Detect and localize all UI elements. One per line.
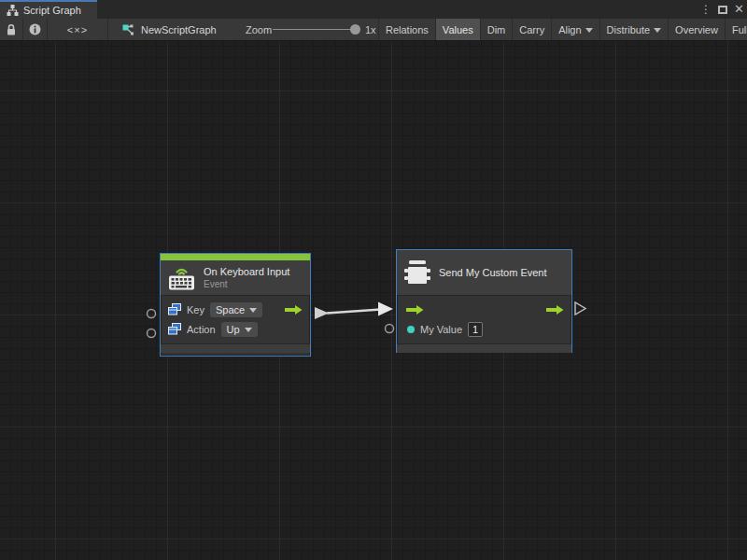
maximize-icon[interactable] — [718, 6, 727, 14]
fullscreen-button[interactable]: Full S — [725, 19, 747, 40]
title-bar: Script Graph ⋮ ✕ — [0, 0, 747, 19]
trigger-output-arrow-icon[interactable] — [285, 304, 303, 315]
node-title: Send My Custom Event — [439, 267, 547, 278]
connection-wire[interactable] — [327, 310, 381, 314]
action-row: Action Up — [161, 319, 310, 339]
tab-title: Script Graph — [23, 5, 81, 16]
chevron-down-icon — [249, 308, 257, 313]
my-value-input[interactable]: 1 — [468, 322, 483, 337]
overview-button[interactable]: Overview — [668, 19, 725, 40]
trigger-input-arrow-icon[interactable] — [406, 304, 424, 315]
port-my-value-input[interactable] — [386, 325, 394, 333]
distribute-button[interactable]: Distribute — [599, 19, 668, 40]
port-flow-output[interactable] — [575, 302, 585, 315]
code-icon: <×> — [67, 24, 88, 35]
node-footer — [397, 343, 571, 353]
custom-event-icon — [404, 259, 430, 287]
inspect-button[interactable] — [23, 19, 47, 40]
keyboard-icon — [168, 266, 195, 290]
wire-arrowhead — [378, 302, 393, 316]
dim-button[interactable]: Dim — [480, 19, 513, 40]
key-dropdown[interactable]: Space — [210, 302, 262, 317]
graph-toolbar: <×> NewScriptGraph Zoom 1x Relations Val… — [0, 19, 747, 41]
graph-hierarchy-icon — [7, 5, 19, 16]
zoom-value: 1x — [365, 19, 376, 40]
key-label: Key — [187, 304, 204, 315]
action-dropdown[interactable]: Up — [221, 322, 258, 337]
graph-breadcrumb[interactable]: NewScriptGraph — [122, 19, 217, 40]
window-menu-icon[interactable]: ⋮ — [700, 0, 712, 19]
event-color-bar — [161, 254, 310, 260]
port-key-input[interactable] — [148, 310, 156, 318]
zoom-slider-track[interactable] — [273, 29, 359, 30]
node-title: On Keyboard Input — [204, 266, 289, 277]
my-value-row: My Value 1 — [397, 319, 571, 339]
tab-script-graph[interactable]: Script Graph — [0, 0, 97, 19]
lock-button[interactable] — [0, 19, 22, 40]
wire-start-cap — [315, 307, 329, 319]
keycode-literal-icon — [168, 303, 181, 315]
zoom-label: Zoom — [246, 19, 272, 40]
toolbar-buttons: Relations Values Dim Carry Align Distrib… — [378, 19, 747, 40]
chevron-down-icon — [585, 28, 593, 33]
graph-name: NewScriptGraph — [141, 24, 217, 35]
node-send-my-custom-event[interactable]: Send My Custom Event — [396, 249, 572, 353]
trigger-output-arrow-icon[interactable] — [546, 304, 564, 315]
key-row: Key Space — [161, 300, 310, 319]
chevron-down-icon — [654, 28, 661, 33]
code-preview-button[interactable]: <×> — [48, 19, 107, 40]
flow-row — [397, 300, 571, 319]
values-button[interactable]: Values — [435, 19, 480, 40]
lock-icon — [6, 23, 17, 35]
wire-layer — [0, 41, 747, 560]
port-action-input[interactable] — [148, 329, 156, 338]
my-value-label: My Value — [420, 324, 462, 335]
action-label: Action — [187, 324, 216, 335]
chevron-down-icon — [245, 328, 252, 332]
script-graph-window: { "window": { "tab": { "title": "Script … — [0, 0, 747, 560]
zoom-slider-handle[interactable] — [350, 24, 360, 35]
script-graph-asset-icon — [122, 24, 134, 35]
node-subtitle: Event — [204, 279, 289, 289]
value-port-dot-icon — [407, 326, 415, 333]
node-footer — [161, 343, 310, 353]
graph-canvas[interactable]: On Keyboard Input Event Key Space — [0, 41, 747, 560]
carry-button[interactable]: Carry — [512, 19, 551, 40]
align-button[interactable]: Align — [551, 19, 599, 40]
node-on-keyboard-input[interactable]: On Keyboard Input Event Key Space — [160, 253, 311, 357]
keycode-literal-icon — [168, 323, 181, 335]
relations-button[interactable]: Relations — [378, 19, 435, 40]
close-icon[interactable]: ✕ — [734, 0, 744, 19]
info-icon — [29, 23, 41, 35]
